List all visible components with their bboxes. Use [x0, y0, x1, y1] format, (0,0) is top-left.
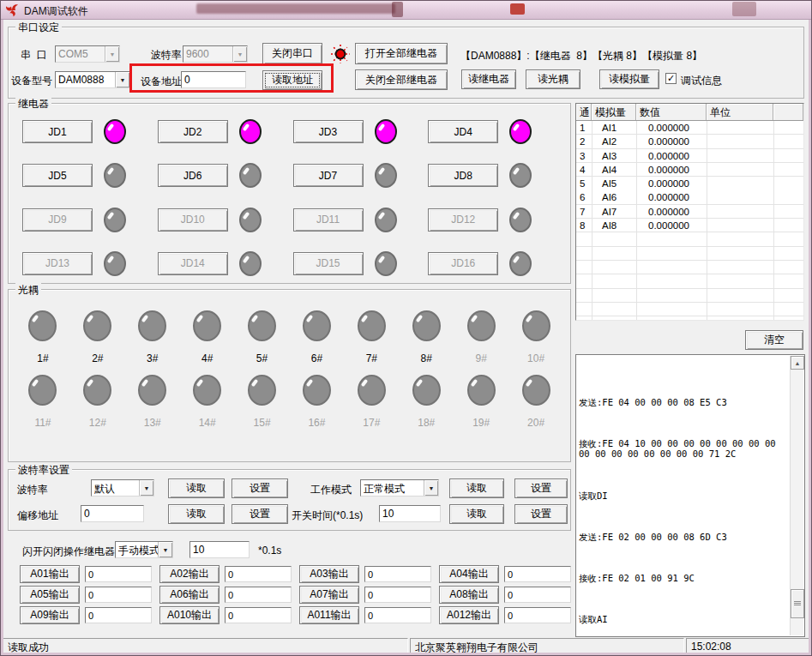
column-header-analog[interactable]: 模拟量	[592, 104, 636, 120]
output-button[interactable]: A04输出	[439, 565, 499, 583]
relay-button[interactable]: JD3	[293, 120, 364, 143]
device-model-select[interactable]: DAM0888 ▼	[55, 71, 130, 88]
relay-button[interactable]: JD13	[22, 252, 93, 275]
opto-label: 1#	[37, 352, 48, 364]
scrollbar-thumb[interactable]	[791, 589, 804, 618]
relay-button[interactable]: JD14	[158, 252, 228, 275]
serial-settings-group: 串口设定 串 口 COM5 ▼ 波特率 9600 ▼ 关闭串口 打开全部继电器 …	[8, 27, 804, 99]
output-value-input[interactable]	[504, 607, 571, 623]
relay-cell: JD15	[293, 251, 429, 276]
output-button[interactable]: A02输出	[159, 565, 220, 583]
baud-set-button[interactable]: 设置	[232, 478, 288, 498]
output-value-input[interactable]	[85, 587, 152, 603]
output-value-input[interactable]	[85, 607, 152, 623]
output-button[interactable]: A012输出	[439, 606, 499, 624]
opto-cell: 17#	[344, 375, 399, 432]
opto-led-indicator	[248, 310, 276, 341]
relay-button[interactable]: JD7	[293, 164, 364, 187]
output-value-input[interactable]	[364, 587, 431, 603]
output-button[interactable]: A09输出	[20, 606, 80, 624]
switch-time-input[interactable]	[379, 505, 441, 522]
relay-button[interactable]: JD2	[158, 120, 228, 143]
cell-analog-name: AI6	[592, 190, 636, 204]
relay-cell: JD13	[22, 251, 158, 276]
output-value-input[interactable]	[225, 587, 292, 603]
opto-label: 7#	[366, 352, 377, 364]
output-button[interactable]: A05输出	[20, 586, 80, 604]
cell-unit	[707, 163, 773, 177]
read-address-button[interactable]: 读取地址	[262, 70, 322, 90]
output-value-input[interactable]	[225, 566, 292, 582]
log-scrollbar[interactable]: ▲	[790, 356, 803, 635]
relay-cell: JD11	[293, 208, 429, 232]
table-row[interactable]: 3 AI3 0.000000	[576, 149, 803, 163]
read-relay-button[interactable]: 读继电器	[461, 69, 516, 89]
relay-button[interactable]: JD6	[158, 164, 228, 187]
table-row[interactable]: 7 AI7 0.000000	[576, 205, 803, 219]
titlebar-artifact	[732, 2, 756, 16]
output-button[interactable]: A011输出	[299, 606, 359, 624]
column-header-value[interactable]: 数值	[636, 104, 707, 120]
relay-button[interactable]: JD4	[428, 120, 498, 143]
table-row[interactable]: 1 AI1 0.000000	[576, 121, 803, 135]
device-address-input[interactable]	[181, 71, 246, 88]
close-serial-button[interactable]: 关闭串口	[262, 43, 322, 64]
offset-read-button[interactable]: 读取	[168, 504, 225, 524]
relay-cell: JD14	[158, 251, 293, 276]
output-value-input[interactable]	[85, 566, 152, 582]
close-all-relays-button[interactable]: 关闭全部继电器	[355, 69, 448, 90]
table-row[interactable]: 5 AI5 0.000000	[576, 177, 803, 190]
clear-log-button[interactable]: 清空	[745, 330, 803, 350]
switch-time-read-button[interactable]: 读取	[449, 504, 504, 524]
flash-mode-select[interactable]: 手动模式 ▼	[115, 541, 173, 558]
baud-setting-select[interactable]: 默认 ▼	[91, 479, 154, 497]
titlebar-artifact	[510, 3, 525, 15]
output-button[interactable]: A07输出	[299, 586, 359, 604]
scroll-up-icon[interactable]: ▲	[791, 356, 804, 370]
opto-led-indicator	[138, 375, 166, 406]
offset-set-button[interactable]: 设置	[232, 504, 288, 524]
baud-label: 波特率	[151, 48, 182, 63]
chevron-down-icon: ▼	[115, 72, 129, 87]
table-row[interactable]: 2 AI2 0.000000	[576, 135, 803, 148]
relay-button[interactable]: JD5	[22, 164, 93, 187]
output-button[interactable]: A06输出	[159, 586, 220, 604]
output-button[interactable]: A03输出	[299, 565, 359, 583]
table-row[interactable]: 6 AI6 0.000000	[576, 190, 803, 204]
cell-value: 0.000000	[636, 177, 707, 190]
relay-button[interactable]: JD10	[158, 208, 228, 232]
work-mode-set-button[interactable]: 设置	[514, 478, 568, 498]
table-row[interactable]: 4 AI4 0.000000	[576, 163, 803, 177]
relay-button[interactable]: JD1	[22, 120, 93, 143]
output-value-input[interactable]	[225, 607, 292, 623]
flash-time-input[interactable]	[189, 541, 250, 558]
output-value-input[interactable]	[364, 607, 431, 623]
switch-time-set-button[interactable]: 设置	[514, 504, 568, 524]
relay-button[interactable]: JD16	[428, 252, 498, 275]
output-button[interactable]: A08输出	[439, 586, 499, 604]
output-value-input[interactable]	[364, 566, 431, 582]
column-header-unit[interactable]: 单位	[707, 104, 773, 120]
offset-address-input[interactable]	[81, 505, 144, 522]
output-value-input[interactable]	[504, 587, 571, 603]
read-opto-button[interactable]: 读光耦	[526, 69, 580, 89]
read-analog-button[interactable]: 读模拟量	[599, 69, 659, 89]
relay-button[interactable]: JD8	[428, 164, 498, 187]
relay-button[interactable]: JD11	[293, 208, 364, 232]
baud-read-button[interactable]: 读取	[168, 478, 225, 498]
relay-button[interactable]: JD12	[428, 208, 498, 232]
output-value-input[interactable]	[504, 566, 571, 582]
work-mode-select[interactable]: 正常模式 ▼	[360, 479, 439, 497]
work-mode-read-button[interactable]: 读取	[449, 478, 504, 498]
output-button[interactable]: A01输出	[20, 565, 80, 583]
chevron-down-icon: ▼	[424, 480, 438, 496]
relay-button[interactable]: JD15	[293, 252, 364, 275]
open-all-relays-button[interactable]: 打开全部继电器	[355, 43, 448, 64]
debug-info-checkbox[interactable]: ✓	[665, 73, 677, 84]
table-row[interactable]: 8 AI8 0.000000	[576, 219, 803, 232]
column-header-channel[interactable]: 通	[576, 104, 592, 120]
relay-led-indicator	[239, 119, 262, 144]
comm-log[interactable]: 发送:FE 04 00 00 00 08 E5 C3 接收:FE 04 10 0…	[575, 354, 805, 637]
output-button[interactable]: A010输出	[159, 606, 220, 624]
relay-button[interactable]: JD9	[22, 208, 93, 232]
